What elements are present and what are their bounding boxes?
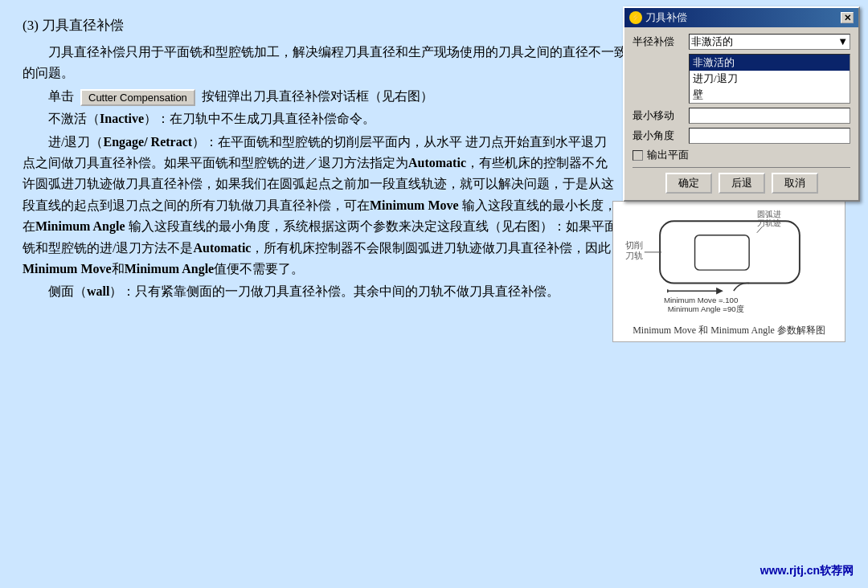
dialog-button-group: 确定 后退 取消 bbox=[633, 173, 850, 194]
svg-rect-2 bbox=[695, 235, 750, 270]
listbox-item-inactive[interactable]: 非激活的 bbox=[690, 55, 850, 71]
listbox-item-wall[interactable]: 壁 bbox=[690, 87, 850, 103]
diagram-caption: Minimum Move 和 Minimum Angle 参数解释图 bbox=[617, 324, 841, 337]
para-inactive: 不激活（Inactive）：在刀轨中不生成刀具直径补偿命令。 bbox=[23, 108, 633, 129]
radius-comp-label: 半径补偿 bbox=[633, 35, 689, 49]
min-angle-row: 最小角度 bbox=[633, 128, 850, 144]
dialog-titlebar: ⚡ 刀具补偿 ✕ bbox=[624, 8, 858, 27]
dialog-title-left: ⚡ 刀具补偿 bbox=[629, 10, 687, 25]
svg-text:切削: 切削 bbox=[625, 240, 643, 250]
section-title: (3) 刀具直径补偿 bbox=[23, 14, 633, 37]
min-move-label: 最小移动 bbox=[633, 108, 689, 123]
svg-text:刀轨迹: 刀轨迹 bbox=[757, 218, 781, 227]
listbox-item-engage-retract[interactable]: 进刀/退刀 bbox=[690, 71, 850, 87]
para-2-inline: 单击 Cutter Compensation 按钮弹出刀具直径补偿对话框（见右图… bbox=[48, 86, 633, 107]
output-plane-label: 输出平面 bbox=[647, 148, 689, 162]
cutter-compensation-dialog: ⚡ 刀具补偿 ✕ 半径补偿 非激活的 ▼ 非激活的 进刀/退刀 壁 bbox=[623, 6, 860, 202]
min-angle-label: 最小角度 bbox=[633, 129, 689, 143]
radius-comp-row: 半径补偿 非激活的 ▼ bbox=[633, 34, 850, 50]
watermark: www.rjtj.cn软荐网 bbox=[760, 564, 854, 578]
para-1: 刀具直径补偿只用于平面铣和型腔铣加工，解决编程刀具直径和生产现场使用的刀具之间的… bbox=[23, 42, 633, 84]
dropdown-value: 非激活的 bbox=[691, 35, 733, 49]
diagram-container: 切削 刀轨 圆弧进 刀轨迹 Minimum Move =.100 Minimum… bbox=[612, 201, 845, 342]
radius-comp-dropdown[interactable]: 非激活的 ▼ bbox=[689, 34, 850, 50]
output-plane-row: 输出平面 bbox=[633, 148, 850, 162]
dialog-close-button[interactable]: ✕ bbox=[841, 12, 854, 23]
radius-comp-control: 非激活的 ▼ bbox=[689, 34, 850, 50]
output-plane-checkbox[interactable] bbox=[633, 150, 643, 161]
ok-button[interactable]: 确定 bbox=[665, 173, 712, 194]
svg-text:Minimum Move =.100: Minimum Move =.100 bbox=[664, 296, 738, 304]
mode-listbox[interactable]: 非激活的 进刀/退刀 壁 bbox=[689, 54, 850, 104]
diagram-svg: 切削 刀轨 圆弧进 刀轨迹 Minimum Move =.100 Minimum… bbox=[617, 206, 842, 318]
min-move-control bbox=[689, 108, 850, 124]
min-move-input[interactable] bbox=[689, 108, 850, 124]
cutter-compensation-button[interactable]: Cutter Compensation bbox=[80, 89, 195, 106]
cancel-button[interactable]: 取消 bbox=[772, 173, 818, 194]
para-engage: 进/退刀（Engage/ Retract）：在平面铣和型腔铣的切削层平面内，从水… bbox=[23, 132, 617, 280]
svg-text:圆弧进: 圆弧进 bbox=[757, 210, 781, 218]
min-move-row: 最小移动 bbox=[633, 108, 850, 124]
para-wall: 侧面（wall）：只有紧靠侧面的一刀做刀具直径补偿。其余中间的刀轨不做刀具直径补… bbox=[23, 281, 633, 302]
dropdown-arrow: ▼ bbox=[837, 35, 848, 48]
dialog-title-text: 刀具补偿 bbox=[645, 10, 687, 25]
dialog-icon: ⚡ bbox=[629, 11, 642, 24]
svg-text:Minimum Angle =90度: Minimum Angle =90度 bbox=[668, 304, 744, 313]
dialog-separator bbox=[633, 167, 850, 168]
dialog-body: 半径补偿 非激活的 ▼ 非激活的 进刀/退刀 壁 最小移动 bbox=[624, 27, 858, 200]
min-angle-input[interactable] bbox=[689, 128, 850, 144]
back-button[interactable]: 后退 bbox=[719, 173, 765, 194]
svg-text:刀轨: 刀轨 bbox=[625, 251, 643, 260]
min-angle-control bbox=[689, 128, 850, 144]
